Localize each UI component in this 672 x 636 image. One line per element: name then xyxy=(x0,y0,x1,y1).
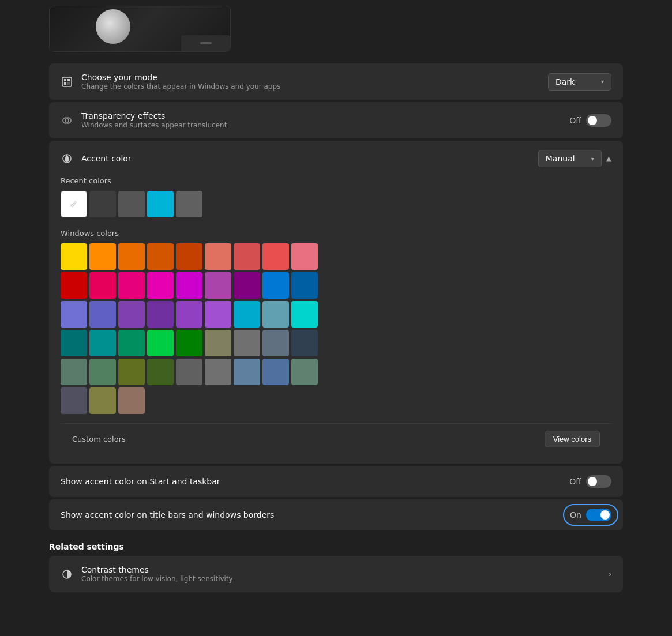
color-swatch[interactable] xyxy=(147,243,174,270)
choose-mode-row: Choose your mode Change the colors that … xyxy=(49,63,623,100)
transparency-toggle-container: Off xyxy=(569,114,611,127)
choose-mode-text: Choose your mode Change the colors that … xyxy=(81,73,280,91)
accent-dropdown-value: Manual xyxy=(546,154,587,163)
svg-rect-1 xyxy=(64,79,66,81)
color-swatch[interactable] xyxy=(118,243,145,270)
color-swatch[interactable] xyxy=(234,359,260,385)
color-swatch[interactable] xyxy=(147,330,174,356)
color-swatch[interactable] xyxy=(61,359,87,385)
show-title-bars-title: Show accent color on title bars and wind… xyxy=(61,510,274,520)
color-swatch[interactable] xyxy=(118,359,145,385)
accent-icon xyxy=(61,152,73,165)
color-swatch[interactable] xyxy=(234,243,260,270)
settings-page: Choose your mode Change the colors that … xyxy=(0,0,672,592)
color-swatch[interactable] xyxy=(147,359,174,385)
color-swatch[interactable] xyxy=(291,359,318,385)
contrast-themes-row[interactable]: Contrast themes Color themes for low vis… xyxy=(49,556,623,592)
color-swatch[interactable] xyxy=(89,243,116,270)
theme-preview xyxy=(49,6,231,52)
preview-section xyxy=(0,0,672,63)
color-swatch[interactable] xyxy=(234,272,260,299)
color-swatch[interactable] xyxy=(89,272,116,299)
color-row-6 xyxy=(61,387,611,414)
mode-dropdown-arrow: ▾ xyxy=(601,78,604,85)
accent-dropdown-arrow: ▾ xyxy=(591,156,594,162)
transparency-row: Transparency effects Windows and surface… xyxy=(49,102,623,138)
color-swatch[interactable] xyxy=(61,301,87,328)
contrast-themes-title: Contrast themes xyxy=(81,565,233,574)
color-swatch[interactable] xyxy=(262,243,289,270)
color-swatch[interactable] xyxy=(205,272,231,299)
transparency-toggle[interactable] xyxy=(586,114,611,127)
color-swatch[interactable] xyxy=(89,330,116,356)
color-swatch[interactable] xyxy=(262,301,289,328)
view-colors-button[interactable]: View colors xyxy=(545,431,600,447)
contrast-icon xyxy=(61,568,73,581)
show-start-taskbar-row: Show accent color on Start and taskbar O… xyxy=(49,466,623,497)
color-swatch[interactable] xyxy=(89,301,116,328)
color-swatch[interactable] xyxy=(89,387,116,414)
show-start-taskbar-toggle-container: Off xyxy=(569,475,611,488)
color-swatch[interactable] xyxy=(147,272,174,299)
color-swatch[interactable] xyxy=(205,301,231,328)
show-title-bars-thumb xyxy=(600,510,610,520)
color-swatch[interactable] xyxy=(291,272,318,299)
choose-mode-title: Choose your mode xyxy=(81,73,280,82)
color-swatch[interactable] xyxy=(61,330,87,356)
color-swatch[interactable] xyxy=(291,243,318,270)
recent-color-2[interactable] xyxy=(89,191,116,217)
color-swatch[interactable] xyxy=(147,301,174,328)
show-start-taskbar-state: Off xyxy=(569,477,581,486)
custom-colors-label: Custom colors xyxy=(72,435,126,443)
transparency-title: Transparency effects xyxy=(81,111,227,121)
color-swatch[interactable] xyxy=(234,330,260,356)
taskbar-preview xyxy=(181,35,230,51)
svg-rect-4 xyxy=(67,82,70,85)
accent-expanded-content: Recent colors Windows colors xyxy=(49,176,623,464)
color-swatch[interactable] xyxy=(176,359,202,385)
color-swatch[interactable] xyxy=(61,272,87,299)
color-swatch[interactable] xyxy=(89,359,116,385)
color-swatch[interactable] xyxy=(205,359,231,385)
recent-color-5[interactable] xyxy=(176,191,202,217)
svg-rect-0 xyxy=(62,77,72,86)
show-start-taskbar-toggle[interactable] xyxy=(586,475,611,488)
recent-color-1[interactable] xyxy=(61,191,87,217)
accent-chevron-up[interactable]: ▲ xyxy=(606,155,611,163)
show-start-taskbar-thumb xyxy=(588,477,597,486)
color-swatch[interactable] xyxy=(205,243,231,270)
recent-color-4[interactable] xyxy=(147,191,174,217)
color-swatch[interactable] xyxy=(176,301,202,328)
show-title-bars-toggle[interactable] xyxy=(586,509,611,521)
mode-dropdown[interactable]: Dark ▾ xyxy=(548,73,611,91)
show-title-bars-toggle-container: On xyxy=(570,509,611,521)
custom-colors-row: Custom colors View colors xyxy=(61,423,611,454)
color-swatch[interactable] xyxy=(205,330,231,356)
accent-dropdown[interactable]: Manual ▾ xyxy=(538,150,602,167)
color-swatch[interactable] xyxy=(291,301,318,328)
color-swatch[interactable] xyxy=(234,301,260,328)
color-swatch[interactable] xyxy=(118,301,145,328)
color-swatch[interactable] xyxy=(118,272,145,299)
color-swatch[interactable] xyxy=(262,359,289,385)
recent-colors-row xyxy=(61,191,611,217)
color-row-1 xyxy=(61,243,611,270)
color-swatch[interactable] xyxy=(118,387,145,414)
color-swatch[interactable] xyxy=(262,330,289,356)
color-swatch[interactable] xyxy=(176,243,202,270)
color-swatch[interactable] xyxy=(176,330,202,356)
color-swatch[interactable] xyxy=(61,387,87,414)
accent-controls: Manual ▾ ▲ xyxy=(538,150,611,167)
contrast-themes-chevron: › xyxy=(609,570,611,578)
color-swatch[interactable] xyxy=(262,272,289,299)
mode-dropdown-value: Dark xyxy=(555,77,596,86)
recent-colors-label: Recent colors xyxy=(61,176,611,185)
related-settings-title: Related settings xyxy=(49,542,623,551)
recent-color-3[interactable] xyxy=(118,191,145,217)
color-swatch[interactable] xyxy=(176,272,202,299)
color-row-4 xyxy=(61,330,611,356)
color-swatch[interactable] xyxy=(61,243,87,270)
accent-color-section: Accent color Manual ▾ ▲ Recent colors xyxy=(49,141,623,464)
color-swatch[interactable] xyxy=(291,330,318,356)
color-swatch[interactable] xyxy=(118,330,145,356)
